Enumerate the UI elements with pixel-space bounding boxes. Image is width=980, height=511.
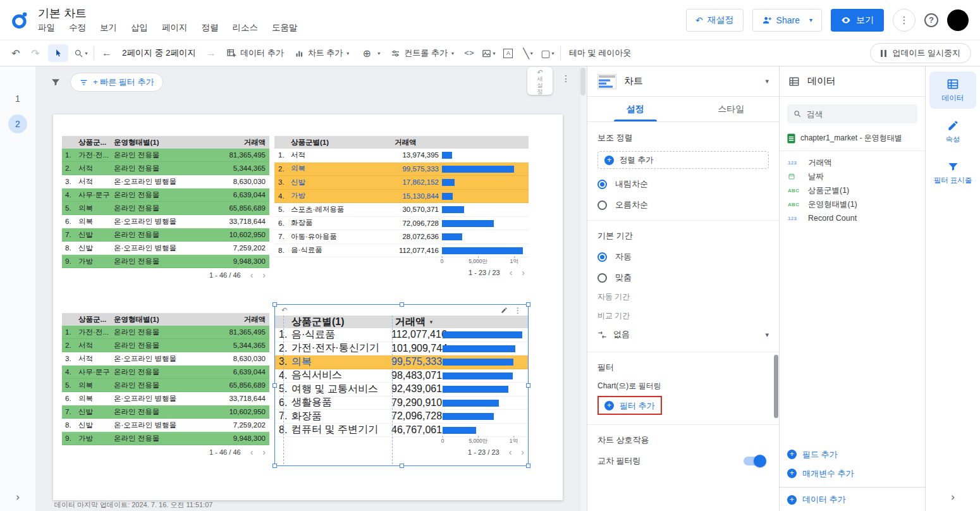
table-row[interactable]: 9.가방온라인 전용몰9,948,300 bbox=[62, 432, 269, 445]
sort-asc-radio[interactable]: 오름차순 bbox=[597, 199, 769, 211]
next-page-icon[interactable]: › bbox=[522, 268, 525, 278]
data-source-row[interactable]: chapter1_market - 운영형태별 bbox=[780, 128, 925, 151]
prev-page-icon[interactable]: ‹ bbox=[509, 447, 512, 457]
chevron-down-icon[interactable]: ▾ bbox=[765, 331, 769, 339]
embed-icon[interactable]: <> bbox=[462, 49, 476, 58]
add-filter-button[interactable]: + 필터 추가 bbox=[604, 400, 655, 412]
looker-studio-logo[interactable] bbox=[8, 8, 32, 32]
bar-table-content[interactable]: 상품군별(1)거래액▼1.음·식료품112,077,4162.가전·전자·통신기… bbox=[275, 316, 528, 459]
kebab-icon[interactable]: ⋮ bbox=[561, 73, 570, 83]
tab-style[interactable]: 스타일 bbox=[683, 97, 780, 121]
properties-header[interactable]: 차트 ▾ bbox=[587, 66, 779, 97]
table-row[interactable]: 9.가방온라인 전용몰9,948,300 bbox=[62, 255, 269, 268]
text-icon[interactable]: A bbox=[501, 49, 515, 58]
add-data-source-button[interactable]: + 데이터 추가 bbox=[787, 494, 846, 505]
resize-handle[interactable] bbox=[526, 464, 530, 468]
menu-item[interactable]: 도움말 bbox=[272, 22, 298, 34]
table-row[interactable]: 4.가방15,130,844 bbox=[274, 190, 529, 204]
table-row[interactable]: 3.신발17,862,152 bbox=[274, 176, 529, 190]
reset-button[interactable]: ↶ 재설정 bbox=[686, 9, 744, 32]
table-row[interactable]: 5.스포츠·레저용품30,570,371 bbox=[274, 203, 529, 217]
add-parameter-button[interactable]: + 매개변수 추가 bbox=[787, 468, 854, 479]
add-field-button[interactable]: + 필드 추가 bbox=[787, 449, 838, 460]
menu-item[interactable]: 파일 bbox=[38, 22, 55, 34]
field-item[interactable]: ABC운영형태별(1) bbox=[780, 197, 925, 211]
table-row[interactable]: 1.가전·전...온라인 전용몰81,365,495 bbox=[62, 326, 269, 339]
add-component-button[interactable]: ⊕ ▾ bbox=[357, 45, 383, 62]
redo-icon[interactable]: ↷ bbox=[28, 47, 42, 59]
table-row[interactable]: 2.서적온라인 전용몰5,344,365 bbox=[62, 162, 269, 175]
undo-icon[interactable]: ↶ bbox=[281, 306, 287, 314]
resize-handle[interactable] bbox=[273, 302, 277, 307]
add-chart-button[interactable]: 차트 추가 ▾ bbox=[292, 45, 352, 61]
field-item[interactable]: 123Record Count bbox=[780, 211, 925, 225]
add-sort-button[interactable]: + 정렬 추가 bbox=[597, 151, 769, 169]
menu-item[interactable]: 정렬 bbox=[202, 22, 219, 34]
select-tool-icon[interactable] bbox=[48, 44, 68, 62]
table-row[interactable]: 2.가전·전자·통신기기101,909,744 bbox=[275, 342, 528, 356]
view-button[interactable]: 보기 bbox=[831, 9, 884, 32]
rail-properties-button[interactable]: 속성 bbox=[929, 113, 976, 150]
next-page-icon[interactable]: → bbox=[204, 47, 218, 59]
search-box[interactable] bbox=[787, 104, 917, 123]
table-row[interactable]: 7.신발온라인 전용몰10,602,950 bbox=[62, 228, 269, 242]
table-row[interactable]: 6.화장품72,096,728 bbox=[274, 217, 529, 231]
menu-item[interactable]: 보기 bbox=[100, 22, 117, 34]
chevron-down-icon[interactable]: ▾ bbox=[804, 16, 812, 23]
shape-icon[interactable]: ▢▾ bbox=[541, 47, 554, 59]
kebab-icon[interactable]: ⋮ bbox=[514, 306, 522, 315]
table-row[interactable]: 7.화장품72,096,728 bbox=[275, 410, 528, 424]
table-row[interactable]: 3.의복99,575,333 bbox=[275, 355, 528, 369]
table-row[interactable]: 7.아동·유아용품28,072,636 bbox=[274, 230, 529, 244]
share-button[interactable]: Share ▾ bbox=[752, 9, 822, 32]
prev-page-icon[interactable]: ‹ bbox=[250, 447, 254, 457]
quick-filter-button[interactable]: + 빠른 필터 추가 bbox=[70, 73, 163, 92]
table-row[interactable]: 1.음·식료품112,077,416 bbox=[275, 328, 528, 342]
table-row[interactable]: 7.신발온라인 전용몰10,602,950 bbox=[62, 405, 269, 419]
table-row[interactable]: 3.서적온·오프라인 병행몰8,630,030 bbox=[62, 352, 269, 366]
table-row[interactable]: 5.여행 및 교통서비스92,439,061 bbox=[275, 383, 528, 397]
page-indicator[interactable]: 2페이지 중 2페이지 bbox=[119, 47, 199, 59]
pivot-table-bottom-left[interactable]: 상품군...운영형태별(1)거래액1.가전·전...온라인 전용몰81,365,… bbox=[62, 313, 269, 459]
tab-setup[interactable]: 설정 bbox=[587, 97, 683, 121]
rail-data-button[interactable]: 데이터 bbox=[929, 71, 976, 109]
resize-handle[interactable] bbox=[273, 464, 277, 468]
prev-page-icon[interactable]: ‹ bbox=[510, 268, 513, 278]
table-row[interactable]: 3.서적온·오프라인 병행몰8,630,030 bbox=[62, 175, 269, 188]
collapse-panel-icon[interactable]: › bbox=[926, 491, 980, 503]
report-canvas[interactable]: 상품군...운영형태별(1)거래액1.가전·전...온라인 전용몰81,365,… bbox=[53, 114, 563, 500]
menu-item[interactable]: 수정 bbox=[69, 22, 86, 34]
theme-layout-button[interactable]: 테마 및 레이아웃 bbox=[567, 45, 634, 61]
chevron-down-icon[interactable]: ▾ bbox=[765, 77, 769, 85]
comparison-dropdown[interactable]: 없음 ▾ bbox=[597, 327, 769, 342]
rail-filter-bar-button[interactable]: 필터 표시줄 bbox=[929, 154, 976, 191]
prev-page-icon[interactable]: ‹ bbox=[250, 270, 254, 280]
table-row[interactable]: 4.사무·문구온라인 전용몰6,639,044 bbox=[62, 188, 269, 202]
help-button[interactable]: ? bbox=[924, 13, 938, 27]
image-icon[interactable]: ▾ bbox=[482, 49, 496, 58]
menu-item[interactable]: 삽입 bbox=[131, 22, 148, 34]
table-row[interactable]: 1.가전·전...온라인 전용몰81,365,495 bbox=[62, 149, 269, 162]
expand-pages-icon[interactable]: › bbox=[0, 491, 35, 503]
selected-bar-table[interactable]: ↶ ⋮ 상품군별(1)거래액▼1.음·식료품112,077,4162.가전·전자… bbox=[274, 304, 529, 466]
resize-handle[interactable] bbox=[526, 383, 530, 388]
table-row[interactable]: 4.사무·문구온라인 전용몰6,639,044 bbox=[62, 366, 269, 379]
menu-item[interactable]: 페이지 bbox=[162, 22, 188, 34]
sort-desc-radio[interactable]: 내림차순 bbox=[597, 178, 769, 190]
table-row[interactable]: 6.의복온·오프라인 병행몰33,718,644 bbox=[62, 215, 269, 228]
undo-icon[interactable]: ↶ bbox=[9, 47, 23, 59]
pause-updates-button[interactable]: 업데이트 일시중지 bbox=[870, 43, 971, 63]
table-row[interactable]: 8.신발온·오프라인 병행몰7,259,202 bbox=[62, 242, 269, 255]
table-row[interactable]: 8.음·식료품112,077,416 bbox=[274, 244, 529, 258]
table-row[interactable]: 6.의복온·오프라인 병행몰33,718,644 bbox=[62, 392, 269, 405]
add-data-button[interactable]: 데이터 추가 bbox=[224, 45, 286, 61]
range-custom-radio[interactable]: 맞춤 bbox=[597, 272, 769, 283]
next-page-icon[interactable]: › bbox=[262, 270, 266, 280]
bar-table-top-right[interactable]: 상품군별(1)거래액1.서적13,974,3952.의복99,575,3333.… bbox=[274, 136, 529, 280]
table-row[interactable]: 5.의복온라인 전용몰65,856,689 bbox=[62, 379, 269, 392]
table-row[interactable]: 8.신발온·오프라인 병행몰7,259,202 bbox=[62, 419, 269, 432]
document-title[interactable]: 기본 차트 bbox=[38, 6, 298, 20]
table-row[interactable]: 2.서적온라인 전용몰5,344,365 bbox=[62, 339, 269, 352]
table-row[interactable]: 2.의복99,575,333 bbox=[274, 163, 529, 176]
search-input[interactable] bbox=[806, 109, 911, 119]
